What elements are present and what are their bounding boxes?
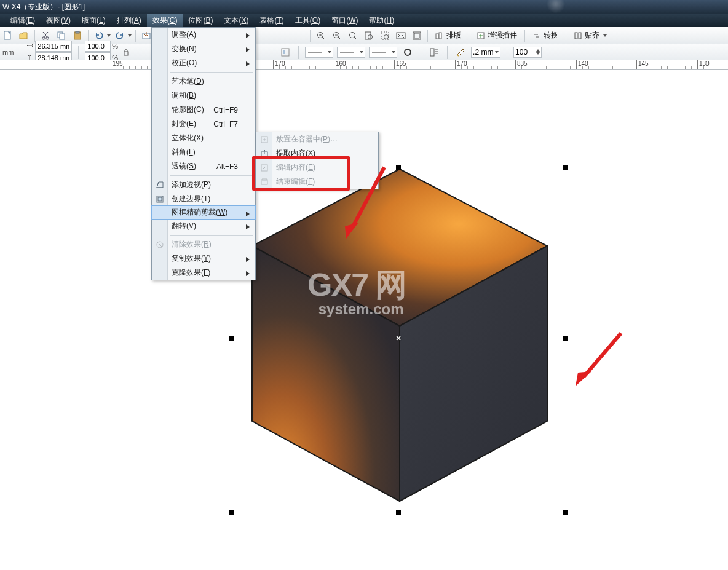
redo-dropdown-icon[interactable]: [128, 34, 132, 37]
snap-button[interactable]: 贴齐: [570, 29, 611, 42]
submenu-item[interactable]: 提取内容(X): [256, 146, 378, 160]
menu-排列[interactable]: 排列(A): [111, 14, 147, 27]
menu-item-label: 立体化(X): [172, 133, 204, 143]
menu-divider: [170, 235, 253, 236]
menu-item[interactable]: 复制效果(Y): [152, 251, 255, 266]
selection-handle[interactable]: [396, 165, 401, 170]
menu-item[interactable]: 变换(N): [152, 42, 255, 56]
fullscreen-button[interactable]: [410, 29, 424, 42]
menu-item[interactable]: 创建边界(T): [152, 192, 255, 206]
cube-object[interactable]: [228, 166, 560, 510]
paste-button[interactable]: [71, 29, 84, 42]
menu-item-label: 调和(B): [172, 90, 196, 101]
svg-point-15: [384, 34, 389, 39]
menu-item[interactable]: 调整(A): [152, 28, 255, 42]
new-file-button[interactable]: [1, 29, 15, 42]
horizontal-ruler: 195190170160165170835140145130: [0, 60, 728, 70]
menu-编辑[interactable]: 编辑(E): [5, 14, 41, 27]
menu-item[interactable]: 立体化(X): [152, 131, 255, 145]
menu-item[interactable]: 封套(E)Ctrl+F7: [152, 117, 255, 131]
menu-item-label: 透镜(S): [172, 161, 196, 172]
boundary-icon: [154, 194, 165, 205]
window-title: W X4（专业版）- [图形1]: [2, 2, 85, 12]
line-end-combo[interactable]: [369, 47, 397, 58]
menu-版面[interactable]: 版面(L): [76, 14, 111, 27]
outline-pen-button[interactable]: [454, 46, 467, 59]
zoom-in-button[interactable]: [314, 29, 328, 42]
menu-item-label: 调整(A): [172, 30, 196, 40]
submenu-item: 放置在容器中(P)…: [256, 132, 378, 146]
menu-效果[interactable]: 效果(C): [147, 14, 183, 27]
titlebar-glow: [544, 0, 568, 14]
effects-menu[interactable]: 调整(A)变换(N)校正(O)艺术笔(D)调和(B)轮廓图(C)Ctrl+F9封…: [151, 27, 256, 280]
submenu-arrow-icon: [245, 32, 250, 41]
lock-ratio-button[interactable]: [119, 46, 133, 59]
menu-item-label: 斜角(L): [172, 147, 196, 157]
outline-color-button[interactable]: [401, 46, 414, 59]
menu-item[interactable]: 克隆效果(F): [152, 266, 255, 280]
zoom-page-button[interactable]: [362, 29, 376, 42]
menu-item[interactable]: 调和(B): [152, 89, 255, 103]
submenu-item-label: 结束编辑(F): [276, 176, 315, 187]
enhance-icon: [477, 31, 485, 40]
selection-handle[interactable]: [229, 510, 234, 515]
submenu-item-label: 提取内容(X): [276, 148, 315, 159]
menu-位图[interactable]: 位图(B): [183, 14, 218, 27]
menu-item[interactable]: 透镜(S)Alt+F3: [152, 159, 255, 173]
align-button[interactable]: [279, 46, 292, 59]
menu-item[interactable]: 艺术笔(D): [152, 74, 255, 89]
selection-handle[interactable]: [396, 510, 401, 515]
line-start-combo[interactable]: [305, 47, 333, 58]
menu-文本[interactable]: 文本(X): [218, 14, 254, 27]
object-width-input[interactable]: [35, 41, 72, 52]
selection-handle[interactable]: [563, 336, 568, 341]
enhance-button[interactable]: 增强插件: [473, 29, 521, 42]
mm-label: mm: [2, 49, 14, 56]
menu-item[interactable]: 斜角(L): [152, 145, 255, 159]
menu-item[interactable]: 翻转(V): [152, 219, 255, 233]
menu-item-label: 创建边界(T): [172, 194, 210, 204]
selection-handle[interactable]: [563, 165, 568, 170]
zoom-fit-button[interactable]: [346, 29, 360, 42]
menu-divider: [170, 72, 253, 73]
outline-width-input[interactable]: .2 mm: [471, 47, 501, 58]
svg-rect-6: [76, 31, 79, 33]
zoom-all-button[interactable]: [394, 29, 408, 42]
menu-item[interactable]: 图框精确剪裁(W): [151, 205, 256, 220]
menu-item-label: 图框精确剪裁(W): [172, 207, 228, 218]
menu-item-label: 克隆效果(F): [172, 267, 210, 278]
menu-item-label: 封套(E): [172, 119, 196, 129]
wrap-text-button[interactable]: [427, 46, 441, 59]
arrange-button[interactable]: 排版: [432, 29, 465, 42]
prop-sep: [78, 46, 79, 59]
snap-dropdown-icon: [603, 34, 607, 37]
menu-表格[interactable]: 表格(T): [254, 14, 289, 27]
outline-width-value: .2 mm: [473, 48, 493, 57]
menu-视图[interactable]: 视图(V): [41, 14, 76, 27]
svg-rect-4: [60, 34, 65, 39]
zoom-out-button[interactable]: [330, 29, 344, 42]
selection-handle[interactable]: [229, 336, 234, 341]
menu-item-label: 添加透视(P): [172, 180, 211, 190]
menu-item[interactable]: 添加透视(P): [152, 178, 255, 192]
scale-x-input[interactable]: [85, 41, 111, 52]
menu-item: 清除效果(R): [152, 237, 255, 251]
menu-工具[interactable]: 工具(O): [290, 14, 326, 27]
menu-item[interactable]: 校正(O): [152, 56, 255, 70]
zoom-selection-button[interactable]: [378, 29, 392, 42]
clear-icon: [154, 239, 165, 250]
convert-button[interactable]: 转换: [529, 29, 562, 42]
menu-帮助[interactable]: 帮助(H): [363, 14, 400, 27]
submenu-item-label: 编辑内容(E): [276, 162, 315, 173]
menu-item-label: 清除效果(R): [172, 239, 212, 250]
copies-input[interactable]: 100: [513, 47, 542, 58]
selection-handle[interactable]: [563, 510, 568, 515]
menu-item-label: 校正(O): [172, 58, 197, 68]
line-style-combo[interactable]: [337, 47, 365, 58]
toolbar-sep: [88, 30, 89, 42]
prop-sep: [447, 46, 448, 59]
undo-dropdown-icon[interactable]: [107, 34, 111, 37]
submenu-arrow-icon: [245, 60, 250, 69]
menu-item[interactable]: 轮廓图(C)Ctrl+F9: [152, 103, 255, 117]
menu-窗口[interactable]: 窗口(W): [326, 14, 363, 27]
